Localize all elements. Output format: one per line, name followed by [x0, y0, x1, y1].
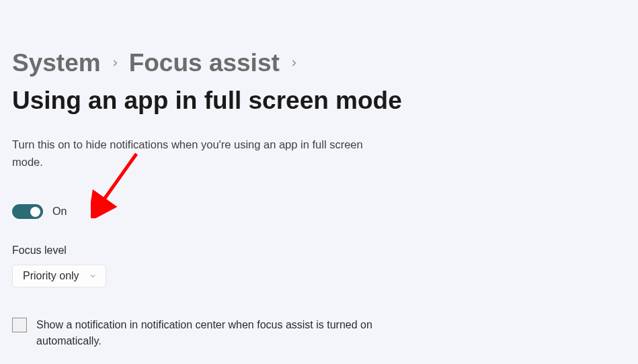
toggle-knob — [30, 207, 40, 217]
focus-level-label: Focus level — [12, 244, 626, 257]
breadcrumb: System Focus assist Using an app in full… — [12, 49, 626, 115]
chevron-right-icon — [110, 58, 120, 68]
toggle-row: On — [12, 204, 626, 219]
page-title: Using an app in full screen mode — [12, 87, 402, 115]
toggle-state-label: On — [52, 206, 67, 218]
focus-level-dropdown[interactable]: Priority only — [12, 265, 106, 287]
enable-toggle[interactable] — [12, 204, 43, 219]
notification-checkbox-row: Show a notification in notification cent… — [12, 317, 402, 349]
focus-level-value: Priority only — [23, 270, 79, 282]
breadcrumb-focus-assist[interactable]: Focus assist — [129, 49, 280, 77]
chevron-down-icon — [89, 272, 97, 280]
page-description: Turn this on to hide notifications when … — [12, 136, 389, 171]
breadcrumb-system[interactable]: System — [12, 49, 101, 77]
notification-checkbox-label: Show a notification in notification cent… — [36, 317, 402, 349]
chevron-right-icon — [289, 58, 298, 68]
notification-checkbox[interactable] — [12, 318, 27, 332]
